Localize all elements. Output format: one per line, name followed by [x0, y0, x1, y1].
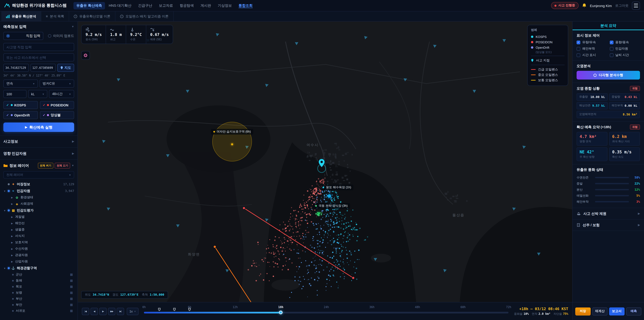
grid-icon[interactable]: ▦: [70, 291, 73, 294]
tab-오일펜스 배치 알고리즘 이론[interactable]: i오일펜스 배치 알고리즘 이론: [116, 12, 174, 21]
display-option-유량/유속[interactable]: ✓유량/유속: [576, 40, 607, 45]
unit-select[interactable]: kL ▼: [28, 90, 48, 98]
grid-icon[interactable]: ▦: [70, 309, 73, 312]
layers-all-on-button[interactable]: 전체 켜기: [38, 163, 53, 168]
duration-select[interactable]: 48시간 ▼: [49, 90, 74, 98]
accident-pin-icon[interactable]: [318, 158, 325, 168]
display-option-해안부착[interactable]: 해안부착: [576, 47, 607, 51]
grid-icon[interactable]: ▦: [70, 303, 73, 306]
user-name[interactable]: Eunjeong Kim: [590, 4, 612, 8]
layer-tree-subitem[interactable]: ▶수산자원: [2, 246, 76, 252]
checkbox-icon[interactable]: [576, 53, 580, 57]
grid-icon[interactable]: ▦: [70, 297, 73, 300]
play-button[interactable]: ▶: [99, 307, 107, 315]
map-canvas[interactable]: 9.2 m/s풍속 (SW)1.8 m파고9.2°C수온0.67 m/s해류 (…: [78, 22, 572, 302]
pick-on-map-button[interactable]: 지도: [57, 64, 74, 72]
run-prediction-button[interactable]: ▶ 확산예측 실행: [3, 123, 74, 132]
layer-tree-subitem[interactable]: ▶해안선: [2, 220, 76, 226]
nav-item[interactable]: 기상정보: [215, 2, 235, 9]
bell-icon[interactable]: [582, 3, 586, 8]
accident-name-input[interactable]: [3, 43, 74, 51]
fast-forward-button[interactable]: ▶▶: [108, 307, 116, 315]
checkbox-icon[interactable]: ✓: [610, 41, 613, 44]
layers-all-off-button[interactable]: 전체 끄기: [55, 163, 70, 168]
nav-item[interactable]: 항공탐색: [177, 2, 197, 9]
fold-선주 / 보험[interactable]: 선주 / 보험▶: [572, 219, 644, 231]
nav-item[interactable]: 보고자료: [156, 2, 176, 9]
timeline-handle[interactable]: [279, 310, 282, 314]
input-mode-radio[interactable]: 이미지 업로드: [48, 32, 74, 40]
layer-tree-subitem[interactable]: ▶관광자원: [2, 252, 76, 258]
layer-region-item[interactable]: 서귀포▦: [2, 308, 76, 314]
layer-tree-subitem[interactable]: ▶산업자원: [2, 258, 76, 265]
model-chip-OpenDrift[interactable]: ✓OpenDrift: [3, 111, 38, 119]
oil-type-select[interactable]: 벙커C유 ▼: [40, 80, 74, 88]
menu-button[interactable]: [632, 2, 640, 10]
longitude-input[interactable]: [30, 64, 56, 72]
예측-button[interactable]: 예측: [626, 307, 641, 315]
fence-deploy-marker-icon[interactable]: [188, 307, 191, 311]
fence-deploy-marker-icon[interactable]: [173, 307, 176, 311]
checkbox-icon[interactable]: [610, 53, 613, 57]
저장-button[interactable]: 저장: [575, 307, 590, 315]
map-tool-button[interactable]: [81, 51, 90, 60]
layer-tree-subitem[interactable]: ▶✿환경생태: [2, 194, 76, 201]
display-option-풍향/풍속[interactable]: ✓풍향/풍속: [610, 40, 640, 45]
amount-input[interactable]: [3, 90, 26, 98]
layer-tree-subitem[interactable]: ▶생물종: [2, 226, 76, 233]
logout-link[interactable]: 로그아웃: [615, 3, 628, 8]
layer-region-item[interactable]: 부산▦: [2, 296, 76, 302]
tab-유출유확산모델 이론[interactable]: i유출유확산모델 이론: [69, 12, 116, 21]
impact-resources-section[interactable]: 영향 민감자원 ▶: [0, 148, 78, 160]
layer-toggle-led[interactable]: [8, 183, 10, 185]
layer-tree-item[interactable]: ▼≈민감자원3,947: [2, 188, 76, 194]
skip-end-button[interactable]: ▶|: [117, 307, 124, 315]
nav-item[interactable]: HNS·대기확산: [106, 2, 134, 9]
accident-info-section[interactable]: 사고정보 ▶: [0, 136, 78, 148]
model-chip-POSEIDON[interactable]: ✓POSEIDON: [40, 101, 74, 109]
analysis-summary-tab[interactable]: 분석 요약: [572, 22, 644, 30]
layer-region-item[interactable]: 군산▦: [2, 271, 76, 277]
grid-icon[interactable]: ▦: [70, 285, 73, 288]
fence-deploy-marker-icon[interactable]: [158, 307, 161, 311]
nav-item[interactable]: 긴급구난: [135, 2, 155, 9]
grid-icon[interactable]: ▦: [70, 279, 73, 282]
layer-tree-subitem[interactable]: ▶계절별: [2, 214, 76, 220]
checkbox-icon[interactable]: [576, 47, 580, 51]
layer-toggle-led[interactable]: [8, 209, 10, 211]
speed-select[interactable]: 1x ▼: [127, 307, 139, 315]
layer-region-item[interactable]: 부안▦: [2, 302, 76, 308]
latitude-input[interactable]: [3, 64, 29, 72]
layer-filter[interactable]: 전체 레이어 ▼: [3, 171, 74, 179]
grid-icon[interactable]: ▦: [70, 273, 73, 276]
input-mode-radio[interactable]: 직접 입력: [3, 32, 43, 40]
layer-tree-subitem[interactable]: ▶◈사회경제: [2, 201, 76, 207]
timeline-track[interactable]: [144, 311, 509, 313]
재계산-button[interactable]: 재계산: [592, 307, 608, 315]
layer-region-item[interactable]: 보령▦: [2, 290, 76, 296]
보고서-button[interactable]: 보고서: [609, 307, 624, 315]
spill-type-select[interactable]: 연속 ▼: [3, 80, 38, 88]
accident-list-input[interactable]: [3, 53, 74, 61]
fold-사고 선박 제원[interactable]: 사고 선박 제원▶: [572, 208, 644, 219]
layer-tree-item[interactable]: ▼▤민감도평가: [2, 207, 76, 214]
layer-toggle-led[interactable]: [8, 267, 10, 269]
checkbox-icon[interactable]: ✓: [576, 41, 580, 44]
polygon-analysis-button[interactable]: 다각형 분석수행: [576, 71, 640, 80]
tab-유출유 확산분석[interactable]: 유출유 확산분석: [1, 12, 41, 21]
nav-item[interactable]: 유출유 확산예측: [73, 2, 105, 9]
model-chip-앙상블[interactable]: ✓앙상블: [40, 111, 74, 119]
model-chip-KOSPS[interactable]: ✓KOSPS: [3, 101, 38, 109]
checkbox-icon[interactable]: [610, 47, 613, 51]
layer-region-item[interactable]: 동해▦: [2, 277, 76, 283]
layer-tree-item[interactable]: ✦어장정보17,129: [2, 181, 76, 188]
nav-item[interactable]: 게시판: [198, 2, 214, 9]
tab-분석 목록[interactable]: ≡분석 목록: [41, 12, 69, 21]
layer-region-item[interactable]: 목포▦: [2, 283, 76, 290]
display-option-날씨 시간[interactable]: 날씨 시간: [610, 53, 640, 57]
nav-item[interactable]: 통합조회: [236, 2, 256, 9]
layer-toggle-led[interactable]: [8, 190, 10, 192]
skip-start-button[interactable]: |◀: [82, 307, 89, 315]
display-option-시간 표시[interactable]: 시간 표시: [576, 53, 607, 57]
layer-tree-item[interactable]: ▼⚓해경관할구역: [2, 265, 76, 271]
